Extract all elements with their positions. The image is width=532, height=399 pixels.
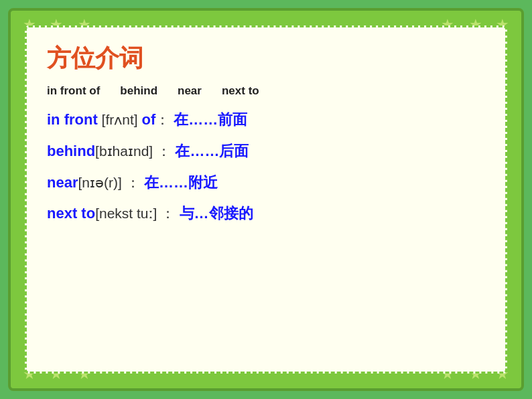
vocab-entry-2: behind[bɪhaɪnd] ： 在……后面 <box>47 141 485 162</box>
vocab-phonetic-1: [frʌnt] <box>98 112 142 127</box>
wordlist-item-4: next to <box>222 84 259 98</box>
vocab-phonetic-2: [bɪhaɪnd] <box>95 143 153 159</box>
vocab-meaning-1: 在……前面 <box>174 111 247 128</box>
wordlist-item-3: near <box>178 84 202 98</box>
word-list-row: in front of behind near next to <box>47 84 485 98</box>
vocab-meaning-2: 在……后面 <box>175 143 249 159</box>
vocab-entry-3: near[nɪə(r)] ： 在……附近 <box>47 173 485 193</box>
vocab-colon-3: ： <box>126 175 140 190</box>
vocab-keyword-suffix-1: of <box>141 111 155 128</box>
vocab-colon-1: ： <box>155 112 170 127</box>
outer-border: ★ ★ ★ ★ ★ ★ ★ ★ ★ ★ ★ ★ 方位介词 in front of… <box>8 8 524 391</box>
vocab-phonetic-3: [nɪə(r)] <box>78 175 121 190</box>
vocab-keyword-4: next to <box>47 205 95 222</box>
vocab-meaning-3: 在……附近 <box>144 174 218 191</box>
vocab-keyword-3: near <box>47 174 78 191</box>
main-card: 方位介词 in front of behind near next to in … <box>25 25 507 374</box>
vocab-colon-4: ： <box>161 206 175 221</box>
wordlist-item-1: in front of <box>47 84 100 98</box>
vocab-entry-4: next to[nekst tuː] ： 与…邻接的 <box>47 204 485 224</box>
wordlist-item-2: behind <box>120 84 157 98</box>
vocab-colon-2: ： <box>157 143 171 159</box>
vocab-phonetic-4: [nekst tuː] <box>95 206 157 221</box>
vocab-meaning-4: 与…邻接的 <box>180 205 253 222</box>
vocab-entry-1: in front [frʌnt] of： 在……前面 <box>47 110 485 131</box>
vocab-keyword-1: in front <box>47 111 98 128</box>
page-title: 方位介词 <box>47 42 485 75</box>
vocab-keyword-2: behind <box>47 143 95 159</box>
